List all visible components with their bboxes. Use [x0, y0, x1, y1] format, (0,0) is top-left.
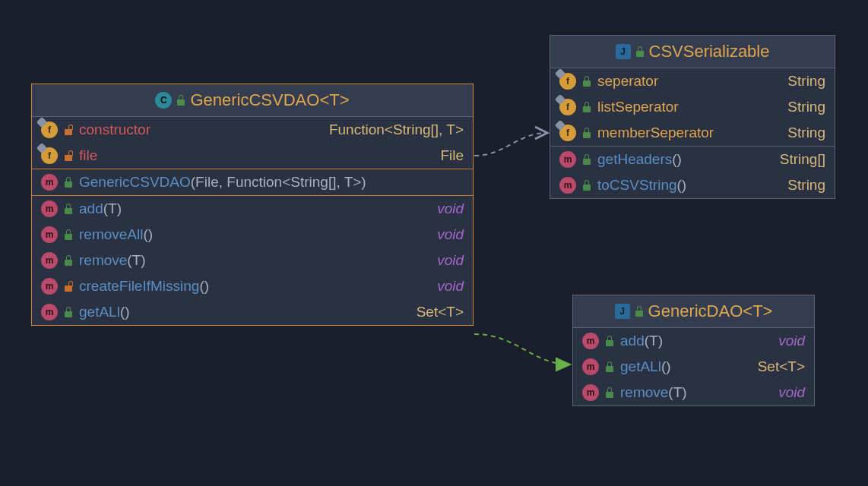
method-icon: m	[559, 177, 576, 194]
method-row: m add(T) void	[573, 328, 814, 354]
class-header: J CSVSerializable	[550, 36, 835, 68]
field-type: String	[787, 73, 825, 90]
method-params: (T)	[668, 384, 686, 400]
method-row: m getALl() Set<T>	[32, 299, 473, 325]
field-icon: f	[559, 99, 576, 115]
method-ret: void	[778, 333, 805, 349]
method-ret: Set<T>	[758, 358, 805, 375]
implements-arrow	[474, 334, 570, 364]
method-row: m createFileIfMissing() void	[32, 273, 473, 299]
lock-icon	[635, 306, 644, 317]
interface-icon: J	[615, 304, 630, 319]
lock-icon	[582, 154, 591, 165]
lock-icon	[64, 204, 73, 214]
method-ret: Set<T>	[417, 304, 464, 320]
method-icon: m	[41, 174, 58, 191]
method-params: ()	[672, 151, 682, 167]
method-name: remove	[79, 252, 127, 268]
class-title: GenericCSVDAO<T>	[190, 90, 349, 110]
class-title: CSVSerializable	[649, 42, 770, 62]
method-name: add	[620, 333, 645, 349]
method-icon: m	[41, 200, 58, 217]
field-type: String	[787, 99, 825, 115]
method-icon: m	[559, 151, 576, 168]
method-row: m add(T) void	[32, 195, 473, 222]
lock-icon	[64, 229, 73, 240]
lock-icon	[64, 255, 73, 266]
class-icon: C	[155, 92, 172, 109]
field-icon: f	[559, 125, 576, 141]
field-name: constructor	[79, 122, 150, 138]
method-name: add	[79, 200, 103, 216]
field-icon: f	[559, 73, 576, 90]
method-params: (T)	[103, 200, 122, 216]
method-name: remove	[620, 384, 668, 400]
class-header: C GenericCSVDAO<T>	[32, 84, 473, 117]
method-ret: void	[778, 384, 805, 401]
field-name: memberSeperator	[597, 125, 714, 141]
method-params: ()	[677, 177, 687, 193]
field-type: String	[787, 125, 825, 141]
method-icon: m	[41, 304, 58, 320]
lock-icon	[64, 125, 73, 135]
field-row: f memberSeperator String	[550, 120, 835, 146]
class-genericdao: J GenericDAO<T> m add(T) void m getALl()…	[572, 295, 815, 406]
method-ret: void	[437, 252, 464, 269]
method-icon: m	[582, 384, 599, 401]
lock-icon	[582, 180, 591, 191]
method-row: m getALl() Set<T>	[573, 354, 814, 380]
method-ret: void	[437, 200, 464, 217]
method-row: m remove(T) void	[32, 248, 473, 273]
field-type: Function<String[], T>	[329, 122, 464, 138]
lock-icon	[582, 128, 591, 138]
lock-icon	[64, 150, 73, 161]
class-title: GenericDAO<T>	[648, 301, 773, 321]
field-row: f listSeperator String	[550, 94, 835, 120]
method-params: (T)	[645, 333, 663, 349]
ctor-name: GenericCSVDAO	[79, 174, 191, 190]
method-params: ()	[120, 304, 130, 320]
method-row: m getHeaders() String[]	[550, 146, 835, 172]
lock-icon	[64, 307, 73, 317]
method-name: removeAll	[79, 226, 143, 242]
method-icon: m	[41, 226, 58, 243]
field-icon: f	[41, 122, 58, 138]
class-header: J GenericDAO<T>	[573, 295, 814, 328]
lock-icon	[605, 336, 614, 346]
class-csvserializable: J CSVSerializable f seperator String f l…	[550, 35, 835, 199]
field-row: f file File	[32, 143, 473, 169]
lock-icon	[176, 95, 185, 106]
method-params: ()	[143, 226, 153, 242]
lock-icon	[635, 46, 645, 57]
lock-icon	[582, 102, 591, 112]
method-name: getALl	[79, 304, 120, 320]
method-name: getALl	[620, 358, 661, 374]
lock-icon	[64, 281, 73, 292]
lock-icon	[605, 361, 614, 372]
field-name: file	[79, 147, 97, 164]
field-type: File	[440, 147, 464, 164]
method-name: getHeaders	[597, 151, 672, 167]
method-params: (T)	[127, 252, 145, 268]
method-ret: void	[437, 278, 464, 295]
interface-icon: J	[616, 44, 631, 59]
field-row: f constructor Function<String[], T>	[32, 117, 473, 143]
constructor-row: m GenericCSVDAO(File, Function<String[],…	[32, 169, 473, 195]
ctor-params: (File, Function<String[], T>)	[191, 174, 366, 190]
method-name: createFileIfMissing	[79, 278, 199, 294]
method-ret: void	[437, 226, 464, 243]
lock-icon	[64, 177, 73, 188]
dependency-arrow	[474, 133, 547, 156]
method-ret: String	[787, 177, 825, 194]
method-icon: m	[582, 333, 599, 349]
method-icon: m	[41, 278, 58, 295]
field-icon: f	[41, 147, 58, 164]
method-row: m removeAll() void	[32, 222, 473, 248]
method-params: ()	[199, 278, 209, 294]
method-icon: m	[582, 358, 599, 375]
method-row: m toCSVString() String	[550, 172, 835, 198]
field-name: seperator	[597, 73, 658, 90]
method-name: toCSVString	[597, 177, 677, 193]
method-params: ()	[661, 358, 671, 374]
class-genericcsvdao: C GenericCSVDAO<T> f constructor Functio…	[31, 84, 474, 326]
